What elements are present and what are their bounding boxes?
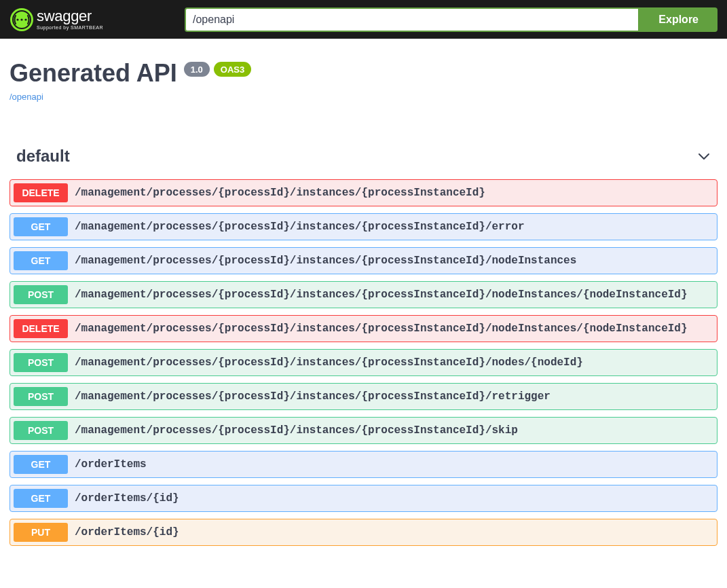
- tag-section: default DELETE/management/processes/{pro…: [10, 140, 717, 546]
- operation-path: /management/processes/{processId}/instan…: [75, 221, 525, 233]
- main-content: Generated API 1.0 OAS3 /openapi default …: [0, 39, 727, 573]
- http-method-badge: PUT: [14, 523, 68, 542]
- http-method-badge: POST: [14, 353, 68, 372]
- operation-row[interactable]: GET/orderItems/{id}: [10, 485, 717, 512]
- operation-path: /management/processes/{processId}/instan…: [75, 323, 688, 335]
- operation-row[interactable]: POST/management/processes/{processId}/in…: [10, 281, 717, 308]
- swagger-icon: [10, 7, 34, 32]
- topbar: swagger Supported by SMARTBEAR Explore: [0, 0, 727, 39]
- api-header: Generated API 1.0 OAS3: [10, 59, 717, 88]
- url-bar: Explore: [185, 7, 717, 32]
- operation-path: /orderItems: [75, 458, 147, 471]
- logo-text-sub: Supported by SMARTBEAR: [37, 25, 103, 30]
- explore-button[interactable]: Explore: [639, 7, 717, 32]
- operation-row[interactable]: POST/management/processes/{processId}/in…: [10, 383, 717, 410]
- svg-point-2: [16, 18, 18, 20]
- http-method-badge: DELETE: [14, 319, 68, 338]
- http-method-badge: POST: [14, 387, 68, 406]
- http-method-badge: GET: [14, 455, 68, 474]
- tag-header[interactable]: default: [10, 140, 717, 172]
- api-title: Generated API: [10, 59, 177, 88]
- chevron-down-icon: [697, 149, 711, 163]
- http-method-badge: DELETE: [14, 183, 68, 202]
- svg-point-4: [24, 18, 26, 20]
- http-method-badge: GET: [14, 489, 68, 508]
- operation-row[interactable]: GET/management/processes/{processId}/ins…: [10, 247, 717, 274]
- svg-point-3: [20, 18, 22, 20]
- operation-row[interactable]: PUT/orderItems/{id}: [10, 519, 717, 546]
- operations-list: DELETE/management/processes/{processId}/…: [10, 179, 717, 546]
- operation-row[interactable]: DELETE/management/processes/{processId}/…: [10, 179, 717, 206]
- spec-link[interactable]: /openapi: [10, 92, 717, 102]
- operation-path: /management/processes/{processId}/instan…: [75, 255, 576, 267]
- tag-name: default: [16, 147, 70, 166]
- operation-path: /orderItems/{id}: [75, 492, 179, 504]
- logo-text-main: swagger: [37, 9, 103, 24]
- operation-row[interactable]: POST/management/processes/{processId}/in…: [10, 349, 717, 376]
- operation-path: /management/processes/{processId}/instan…: [75, 390, 551, 403]
- operation-row[interactable]: GET/orderItems: [10, 451, 717, 478]
- http-method-badge: POST: [14, 285, 68, 304]
- operation-path: /management/processes/{processId}/instan…: [75, 289, 688, 301]
- http-method-badge: POST: [14, 421, 68, 440]
- operation-path: /management/processes/{processId}/instan…: [75, 424, 518, 437]
- version-badge: 1.0: [184, 62, 210, 77]
- swagger-logo[interactable]: swagger Supported by SMARTBEAR: [10, 7, 103, 32]
- operation-row[interactable]: POST/management/processes/{processId}/in…: [10, 417, 717, 444]
- operation-path: /management/processes/{processId}/instan…: [75, 356, 583, 369]
- operation-row[interactable]: DELETE/management/processes/{processId}/…: [10, 315, 717, 342]
- operation-path: /orderItems/{id}: [75, 526, 179, 538]
- http-method-badge: GET: [14, 251, 68, 270]
- http-method-badge: GET: [14, 217, 68, 236]
- operation-row[interactable]: GET/management/processes/{processId}/ins…: [10, 213, 717, 240]
- operation-path: /management/processes/{processId}/instan…: [75, 187, 485, 199]
- spec-url-input[interactable]: [185, 7, 639, 32]
- oas-badge: OAS3: [214, 62, 251, 77]
